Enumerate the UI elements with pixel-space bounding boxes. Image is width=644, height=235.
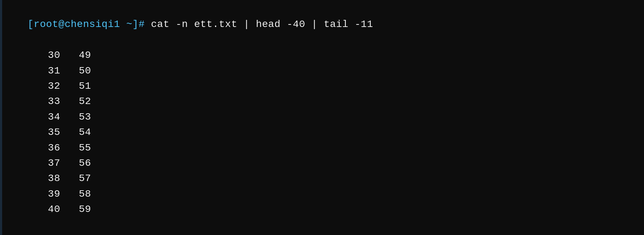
table-row: 35 54 xyxy=(3,125,641,140)
table-row: 36 55 xyxy=(3,140,641,155)
table-row: 33 52 xyxy=(3,94,641,109)
output-section: 30 49 31 50 32 51 33 52 34 53 35 54 36 5… xyxy=(3,48,641,217)
left-edge-decoration xyxy=(0,0,2,235)
table-row: 31 50 xyxy=(3,63,641,78)
final-prompt-line: [root@chensiqi1 ~]# xyxy=(3,217,641,235)
terminal-window[interactable]: [root@chensiqi1 ~]# cat -n ett.txt | hea… xyxy=(0,0,644,235)
table-row: 32 51 xyxy=(3,78,641,94)
table-row: 38 57 xyxy=(3,171,641,186)
prompt-text: [root@chensiqi1 ~]# xyxy=(27,19,145,30)
table-row: 34 53 xyxy=(3,109,641,125)
table-row: 40 59 xyxy=(3,202,641,217)
table-row: 39 58 xyxy=(3,186,641,202)
table-row: 37 56 xyxy=(3,155,641,171)
command-text: cat -n ett.txt | head -40 | tail -11 xyxy=(145,19,373,30)
command-line: [root@chensiqi1 ~]# cat -n ett.txt | hea… xyxy=(3,1,641,48)
table-row: 30 49 xyxy=(3,48,641,63)
